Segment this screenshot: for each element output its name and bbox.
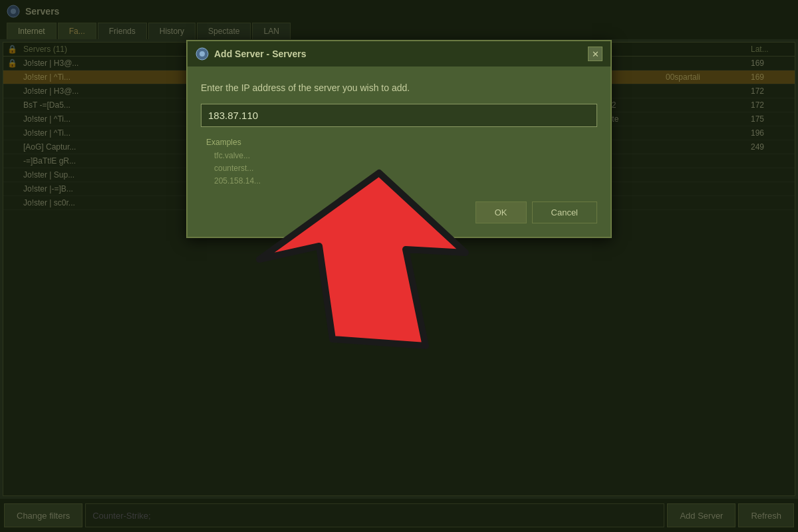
ok-button[interactable]: OK — [475, 201, 527, 223]
modal-title-bar: Add Server - Servers ✕ — [188, 41, 610, 66]
example-2: counterst... — [214, 162, 597, 175]
modal-buttons: OK Cancel — [201, 201, 597, 223]
examples-label: Examples — [206, 138, 597, 147]
add-server-modal: Add Server - Servers ✕ Enter the IP addr… — [186, 40, 612, 238]
main-window: Servers Internet Fa... Friends History S… — [0, 0, 798, 532]
modal-steam-icon — [196, 47, 209, 61]
cancel-button[interactable]: Cancel — [532, 201, 597, 223]
modal-body: Enter the IP address of the server you w… — [188, 66, 610, 237]
modal-title-left: Add Server - Servers — [196, 47, 307, 61]
example-3: 205.158.14... — [214, 175, 597, 188]
modal-title-text: Add Server - Servers — [214, 49, 307, 59]
modal-examples: Examples tfc.valve... counterst... 205.1… — [201, 138, 597, 188]
modal-close-button[interactable]: ✕ — [588, 47, 602, 61]
ip-address-input[interactable] — [201, 104, 597, 127]
modal-overlay: Add Server - Servers ✕ Enter the IP addr… — [0, 0, 798, 532]
example-1: tfc.valve... — [214, 150, 597, 162]
modal-description: Enter the IP address of the server you w… — [201, 82, 597, 93]
